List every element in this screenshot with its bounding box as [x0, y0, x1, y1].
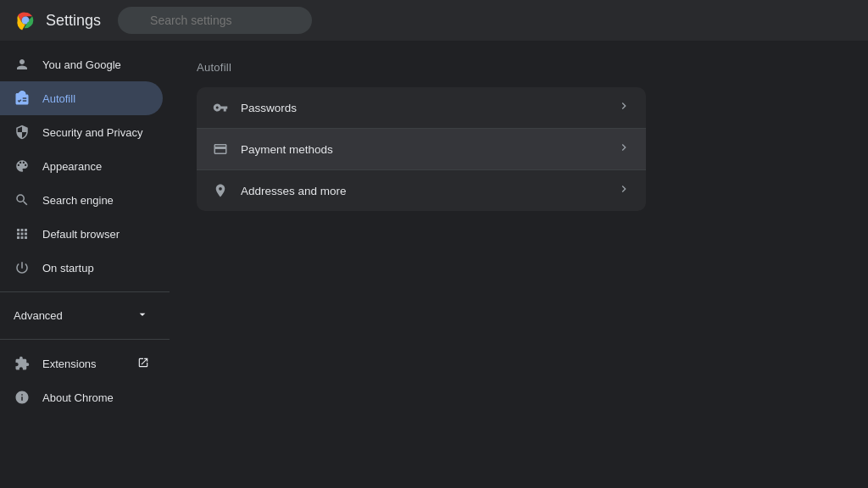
power-icon	[14, 259, 31, 276]
addresses-label: Addresses and more	[241, 185, 347, 197]
palette-icon	[14, 158, 31, 175]
payment-methods-row-left: Payment methods	[212, 141, 333, 158]
sidebar-item-appearance[interactable]: Appearance	[0, 149, 163, 183]
sidebar-item-autofill[interactable]: Autofill	[0, 81, 163, 115]
sidebar-item-label: About Chrome	[42, 391, 114, 404]
sidebar-item-label: Security and Privacy	[42, 126, 143, 139]
main-layout: You and Google Autofill Security and Pri…	[0, 41, 868, 488]
autofill-icon	[14, 90, 31, 107]
addresses-row[interactable]: Addresses and more	[197, 170, 646, 211]
sidebar-item-security-privacy[interactable]: Security and Privacy	[0, 115, 163, 149]
header-logo: Settings	[14, 8, 101, 32]
browser-icon	[14, 225, 31, 242]
location-icon	[212, 182, 229, 199]
shield-icon	[14, 124, 31, 141]
main-content: Autofill Passwords	[170, 41, 868, 488]
chevron-right-icon	[617, 99, 631, 116]
sidebar-item-label: Autofill	[42, 92, 75, 105]
sidebar-item-label: Search engine	[42, 194, 114, 207]
key-icon	[212, 99, 229, 116]
search-nav-icon	[14, 191, 31, 208]
search-container	[118, 7, 559, 34]
extensions-icon	[14, 355, 31, 372]
credit-card-icon	[212, 141, 229, 158]
header: Settings	[0, 0, 868, 41]
page-title: Settings	[46, 12, 101, 30]
sidebar-item-you-and-google[interactable]: You and Google	[0, 47, 163, 81]
section-title: Autofill	[197, 61, 841, 74]
passwords-label: Passwords	[241, 102, 297, 114]
autofill-settings-card: Passwords Payment methods	[197, 87, 646, 211]
payment-methods-row[interactable]: Payment methods	[197, 129, 646, 170]
advanced-section-header[interactable]: Advanced	[0, 299, 163, 332]
passwords-row[interactable]: Passwords	[197, 87, 646, 129]
person-icon	[14, 56, 31, 73]
sidebar-item-search-engine[interactable]: Search engine	[0, 183, 163, 217]
sidebar-divider-2	[0, 339, 170, 340]
sidebar: You and Google Autofill Security and Pri…	[0, 41, 170, 488]
sidebar-item-label: Appearance	[42, 160, 102, 173]
sidebar-item-label: Extensions	[42, 358, 97, 370]
sidebar-item-default-browser[interactable]: Default browser	[0, 217, 163, 251]
sidebar-item-about-chrome[interactable]: About Chrome	[0, 380, 163, 414]
addresses-row-left: Addresses and more	[212, 182, 347, 199]
chrome-logo-icon	[14, 8, 37, 32]
external-link-icon	[137, 357, 149, 371]
payment-methods-label: Payment methods	[241, 143, 333, 156]
passwords-row-left: Passwords	[212, 99, 297, 116]
chevron-right-icon-2	[617, 141, 631, 158]
extensions-left: Extensions	[14, 355, 97, 372]
advanced-label: Advanced	[14, 309, 63, 322]
sidebar-item-label: You and Google	[42, 58, 121, 71]
sidebar-item-on-startup[interactable]: On startup	[0, 251, 163, 285]
search-input[interactable]	[118, 7, 312, 34]
sidebar-item-extensions[interactable]: Extensions	[0, 347, 163, 380]
sidebar-item-label: On startup	[42, 262, 94, 274]
info-icon	[14, 389, 31, 406]
sidebar-divider	[0, 291, 170, 292]
sidebar-item-label: Default browser	[42, 228, 120, 241]
chevron-down-icon	[136, 308, 149, 324]
chevron-right-icon-3	[617, 182, 631, 199]
